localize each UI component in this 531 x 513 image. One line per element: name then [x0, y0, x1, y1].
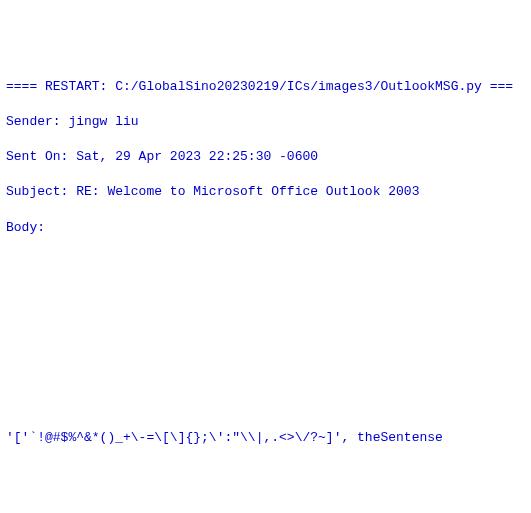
subject-line: Subject: RE: Welcome to Microsoft Office… [6, 183, 525, 201]
sender-line: Sender: jingw liu [6, 113, 525, 131]
body-label: Body: [6, 219, 525, 237]
blank-line [6, 464, 525, 482]
blank-line [6, 499, 525, 513]
blank-line [6, 324, 525, 342]
blank-line [6, 254, 525, 272]
body-symbols-line: '['`!@#$%^&*()_+\-=\[\]{};\':"\\|,.<>\/?… [6, 429, 525, 447]
restart-line: ==== RESTART: C:/GlobalSino20230219/ICs/… [6, 78, 525, 96]
sent-on-line: Sent On: Sat, 29 Apr 2023 22:25:30 -0600 [6, 148, 525, 166]
blank-line [6, 289, 525, 307]
blank-line [6, 359, 525, 377]
blank-line [6, 394, 525, 412]
